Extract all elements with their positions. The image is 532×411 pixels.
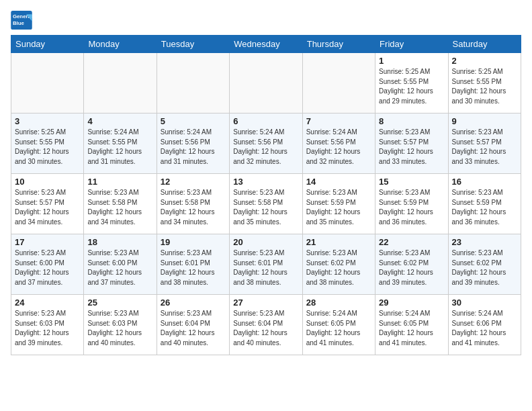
- calendar-cell: [11, 53, 84, 113]
- day-number: 12: [161, 177, 226, 187]
- day-info: Sunrise: 5:23 AM Sunset: 6:03 PM Dayligh…: [15, 309, 80, 348]
- weekday-header-wednesday: Wednesday: [230, 36, 302, 53]
- calendar-week-row: 1Sunrise: 5:25 AM Sunset: 5:55 PM Daylig…: [11, 53, 521, 113]
- calendar-cell: [84, 53, 157, 113]
- calendar-table: SundayMondayTuesdayWednesdayThursdayFrid…: [11, 35, 521, 355]
- day-info: Sunrise: 5:25 AM Sunset: 5:55 PM Dayligh…: [15, 128, 80, 167]
- day-number: 24: [15, 298, 80, 308]
- calendar-cell: [230, 53, 302, 113]
- day-number: 8: [379, 116, 444, 126]
- day-info: Sunrise: 5:25 AM Sunset: 5:55 PM Dayligh…: [379, 67, 444, 106]
- calendar-week-row: 17Sunrise: 5:23 AM Sunset: 6:00 PM Dayli…: [11, 234, 521, 295]
- calendar-week-row: 3Sunrise: 5:25 AM Sunset: 5:55 PM Daylig…: [11, 113, 521, 174]
- calendar-cell: 29Sunrise: 5:24 AM Sunset: 6:05 PM Dayli…: [375, 295, 448, 355]
- weekday-header-thursday: Thursday: [302, 36, 375, 53]
- weekday-header-sunday: Sunday: [11, 36, 84, 53]
- day-info: Sunrise: 5:23 AM Sunset: 5:59 PM Dayligh…: [379, 188, 444, 227]
- day-info: Sunrise: 5:23 AM Sunset: 5:59 PM Dayligh…: [306, 188, 371, 227]
- day-info: Sunrise: 5:23 AM Sunset: 5:58 PM Dayligh…: [233, 188, 298, 227]
- day-number: 23: [452, 237, 517, 247]
- weekday-header-tuesday: Tuesday: [157, 36, 229, 53]
- calendar-cell: 5Sunrise: 5:24 AM Sunset: 5:56 PM Daylig…: [157, 113, 229, 174]
- calendar-cell: 9Sunrise: 5:23 AM Sunset: 5:57 PM Daylig…: [448, 113, 521, 174]
- weekday-header-saturday: Saturday: [448, 36, 521, 53]
- day-info: Sunrise: 5:24 AM Sunset: 6:05 PM Dayligh…: [306, 309, 371, 348]
- day-number: 30: [452, 298, 517, 308]
- day-number: 6: [233, 116, 298, 126]
- calendar-cell: 11Sunrise: 5:23 AM Sunset: 5:58 PM Dayli…: [84, 174, 157, 234]
- calendar-cell: 6Sunrise: 5:24 AM Sunset: 5:56 PM Daylig…: [230, 113, 302, 174]
- day-info: Sunrise: 5:23 AM Sunset: 6:00 PM Dayligh…: [87, 248, 152, 287]
- day-number: 18: [87, 237, 152, 247]
- day-info: Sunrise: 5:23 AM Sunset: 6:01 PM Dayligh…: [161, 248, 226, 287]
- day-number: 27: [233, 298, 298, 308]
- day-info: Sunrise: 5:23 AM Sunset: 5:58 PM Dayligh…: [87, 188, 152, 227]
- calendar-cell: 10Sunrise: 5:23 AM Sunset: 5:57 PM Dayli…: [11, 174, 84, 234]
- day-info: Sunrise: 5:24 AM Sunset: 5:56 PM Dayligh…: [306, 128, 371, 167]
- day-info: Sunrise: 5:23 AM Sunset: 6:02 PM Dayligh…: [306, 248, 371, 287]
- day-info: Sunrise: 5:24 AM Sunset: 5:55 PM Dayligh…: [87, 128, 152, 167]
- calendar-cell: 28Sunrise: 5:24 AM Sunset: 6:05 PM Dayli…: [302, 295, 375, 355]
- day-number: 11: [87, 177, 152, 187]
- day-number: 10: [15, 177, 80, 187]
- day-info: Sunrise: 5:23 AM Sunset: 6:02 PM Dayligh…: [452, 248, 517, 287]
- calendar-cell: 27Sunrise: 5:23 AM Sunset: 6:04 PM Dayli…: [230, 295, 302, 355]
- day-number: 2: [452, 56, 517, 66]
- day-info: Sunrise: 5:23 AM Sunset: 5:59 PM Dayligh…: [452, 188, 517, 227]
- calendar-cell: 15Sunrise: 5:23 AM Sunset: 5:59 PM Dayli…: [375, 174, 448, 234]
- day-number: 22: [379, 237, 444, 247]
- day-number: 17: [15, 237, 80, 247]
- calendar-cell: 22Sunrise: 5:23 AM Sunset: 6:02 PM Dayli…: [375, 234, 448, 295]
- calendar-cell: 18Sunrise: 5:23 AM Sunset: 6:00 PM Dayli…: [84, 234, 157, 295]
- calendar-cell: 25Sunrise: 5:23 AM Sunset: 6:03 PM Dayli…: [84, 295, 157, 355]
- calendar-cell: 2Sunrise: 5:25 AM Sunset: 5:55 PM Daylig…: [448, 53, 521, 113]
- calendar-cell: 19Sunrise: 5:23 AM Sunset: 6:01 PM Dayli…: [157, 234, 229, 295]
- calendar-cell: 30Sunrise: 5:24 AM Sunset: 6:06 PM Dayli…: [448, 295, 521, 355]
- calendar-cell: 8Sunrise: 5:23 AM Sunset: 5:57 PM Daylig…: [375, 113, 448, 174]
- weekday-header-monday: Monday: [84, 36, 157, 53]
- day-info: Sunrise: 5:23 AM Sunset: 6:02 PM Dayligh…: [379, 248, 444, 287]
- calendar-week-row: 10Sunrise: 5:23 AM Sunset: 5:57 PM Dayli…: [11, 174, 521, 234]
- day-number: 19: [161, 237, 226, 247]
- calendar-cell: 3Sunrise: 5:25 AM Sunset: 5:55 PM Daylig…: [11, 113, 84, 174]
- calendar-cell: 21Sunrise: 5:23 AM Sunset: 6:02 PM Dayli…: [302, 234, 375, 295]
- calendar-cell: 12Sunrise: 5:23 AM Sunset: 5:58 PM Dayli…: [157, 174, 229, 234]
- day-number: 15: [379, 177, 444, 187]
- weekday-header-row: SundayMondayTuesdayWednesdayThursdayFrid…: [11, 36, 521, 53]
- calendar-week-row: 24Sunrise: 5:23 AM Sunset: 6:03 PM Dayli…: [11, 295, 521, 355]
- day-info: Sunrise: 5:24 AM Sunset: 6:06 PM Dayligh…: [452, 309, 517, 348]
- day-info: Sunrise: 5:25 AM Sunset: 5:55 PM Dayligh…: [452, 67, 517, 106]
- logo: General Blue: [11, 11, 32, 30]
- day-info: Sunrise: 5:24 AM Sunset: 5:56 PM Dayligh…: [161, 128, 226, 167]
- day-number: 3: [15, 116, 80, 126]
- calendar-cell: 1Sunrise: 5:25 AM Sunset: 5:55 PM Daylig…: [375, 53, 448, 113]
- calendar-cell: 16Sunrise: 5:23 AM Sunset: 5:59 PM Dayli…: [448, 174, 521, 234]
- day-number: 7: [306, 116, 371, 126]
- day-number: 16: [452, 177, 517, 187]
- svg-text:Blue: Blue: [13, 20, 25, 26]
- day-number: 14: [306, 177, 371, 187]
- day-info: Sunrise: 5:23 AM Sunset: 6:04 PM Dayligh…: [233, 309, 298, 348]
- calendar-cell: 26Sunrise: 5:23 AM Sunset: 6:04 PM Dayli…: [157, 295, 229, 355]
- calendar-cell: 7Sunrise: 5:24 AM Sunset: 5:56 PM Daylig…: [302, 113, 375, 174]
- day-number: 1: [379, 56, 444, 66]
- day-number: 9: [452, 116, 517, 126]
- weekday-header-friday: Friday: [375, 36, 448, 53]
- day-number: 28: [306, 298, 371, 308]
- day-number: 21: [306, 237, 371, 247]
- day-info: Sunrise: 5:23 AM Sunset: 5:57 PM Dayligh…: [379, 128, 444, 167]
- calendar-cell: 17Sunrise: 5:23 AM Sunset: 6:00 PM Dayli…: [11, 234, 84, 295]
- day-info: Sunrise: 5:23 AM Sunset: 6:00 PM Dayligh…: [15, 248, 80, 287]
- calendar-cell: 13Sunrise: 5:23 AM Sunset: 5:58 PM Dayli…: [230, 174, 302, 234]
- day-number: 26: [161, 298, 226, 308]
- logo-icon: General Blue: [11, 11, 32, 30]
- day-info: Sunrise: 5:23 AM Sunset: 5:58 PM Dayligh…: [161, 188, 226, 227]
- calendar-cell: 4Sunrise: 5:24 AM Sunset: 5:55 PM Daylig…: [84, 113, 157, 174]
- page-header: General Blue: [11, 11, 521, 30]
- day-info: Sunrise: 5:23 AM Sunset: 6:04 PM Dayligh…: [161, 309, 226, 348]
- day-info: Sunrise: 5:23 AM Sunset: 5:57 PM Dayligh…: [452, 128, 517, 167]
- calendar-cell: 24Sunrise: 5:23 AM Sunset: 6:03 PM Dayli…: [11, 295, 84, 355]
- calendar-cell: 14Sunrise: 5:23 AM Sunset: 5:59 PM Dayli…: [302, 174, 375, 234]
- day-info: Sunrise: 5:23 AM Sunset: 5:57 PM Dayligh…: [15, 188, 80, 227]
- day-info: Sunrise: 5:23 AM Sunset: 6:03 PM Dayligh…: [87, 309, 152, 348]
